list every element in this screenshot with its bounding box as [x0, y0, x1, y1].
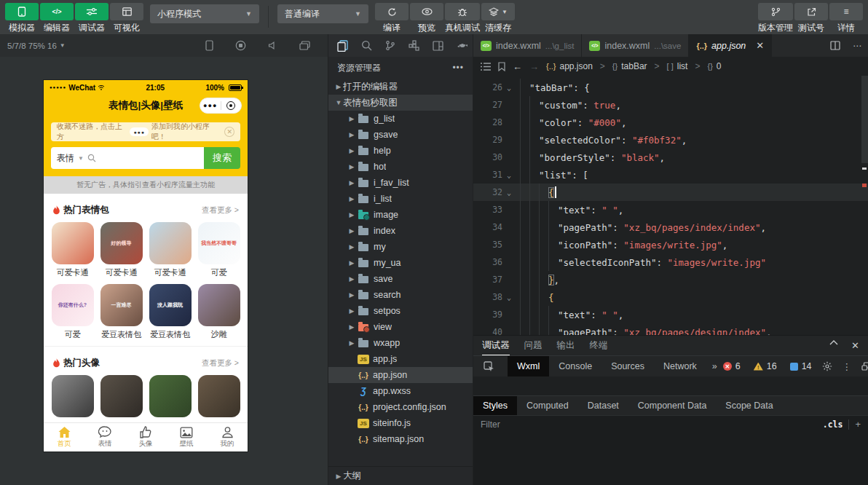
- tab-home[interactable]: 首页: [44, 423, 84, 452]
- code-line-38[interactable]: 38⌄{: [473, 288, 868, 306]
- device-selector[interactable]: 5/7/8 75% 16▼: [7, 42, 66, 50]
- avatar-item[interactable]: [146, 375, 194, 417]
- styles-content-area[interactable]: [473, 433, 868, 485]
- breadcrumb-segment[interactable]: {..}app.json: [546, 61, 593, 71]
- tab-terminal[interactable]: 终端: [590, 336, 608, 355]
- tab-styles[interactable]: Styles: [473, 396, 517, 415]
- avatar-item[interactable]: [97, 375, 146, 417]
- window-layout-icon[interactable]: [433, 41, 443, 51]
- notice-close-icon[interactable]: ✕: [224, 127, 234, 137]
- tree-file-project.config.json[interactable]: {..}project.config.json: [328, 399, 473, 415]
- breadcrumb-segment[interactable]: {}tabBar: [612, 61, 647, 71]
- search-button[interactable]: 搜索: [204, 147, 240, 169]
- close-tab-icon[interactable]: ✕: [756, 40, 764, 51]
- split-editor-icon[interactable]: [824, 34, 846, 57]
- code-line-33[interactable]: 33"text": " ",: [473, 201, 868, 218]
- simulator-toggle-button[interactable]: 模拟器: [5, 3, 39, 34]
- devtools-tab-network[interactable]: Network: [654, 356, 706, 376]
- emoji-item[interactable]: 我当然不缠哥哥可爱: [194, 222, 243, 278]
- tree-folder-wxapp[interactable]: ▶wxapp: [328, 335, 473, 351]
- search-category[interactable]: 表情: [57, 152, 74, 165]
- code-line-31[interactable]: 31⌄"list": [: [473, 166, 868, 184]
- code-line-36[interactable]: 36"selectedIconPath": "images/write.jpg": [473, 253, 868, 271]
- clear-cache-button[interactable]: ▼ 清缓存: [481, 3, 515, 34]
- fold-chevron-icon[interactable]: ⌄: [502, 84, 516, 92]
- code-line-29[interactable]: 29"selectedColor": "#f0bf32",: [473, 131, 868, 149]
- devtools-tab-wxml[interactable]: Wxml: [508, 356, 549, 376]
- editor-toggle-button[interactable]: </> 编辑器: [40, 3, 74, 34]
- tree-file-app.json[interactable]: {..}app.json: [328, 367, 473, 383]
- search-input[interactable]: 表情 ▼: [51, 147, 204, 169]
- tree-folder-g_list[interactable]: ▶g_list: [328, 111, 473, 127]
- record-icon[interactable]: [235, 40, 246, 51]
- bookmark-icon[interactable]: [498, 62, 505, 71]
- tree-folder-search[interactable]: ▶search: [328, 287, 473, 303]
- search-icon[interactable]: [361, 40, 372, 51]
- toggle-class-button[interactable]: .cls: [823, 419, 843, 430]
- emoji-item[interactable]: 好的领导可爱卡通: [97, 222, 146, 278]
- emoji-item[interactable]: 没人跟我玩爱豆表情包: [146, 284, 194, 340]
- tab-mine[interactable]: 我的: [207, 423, 248, 452]
- tree-file-siteinfo.js[interactable]: JSsiteinfo.js: [328, 415, 473, 431]
- see-more-link[interactable]: 查看更多 >: [202, 205, 239, 216]
- outline-section[interactable]: ▶大纲: [328, 466, 473, 485]
- devtools-tab-sources[interactable]: Sources: [601, 356, 654, 376]
- more-actions-icon[interactable]: •••: [452, 63, 464, 73]
- sound-icon[interactable]: [268, 41, 277, 50]
- extensions-icon[interactable]: [409, 40, 419, 51]
- outline-list-icon[interactable]: [481, 63, 491, 71]
- code-line-26[interactable]: 26⌄"tabBar": {: [473, 79, 868, 96]
- tab-dataset[interactable]: Dataset: [578, 396, 628, 415]
- tab-wallpaper[interactable]: 壁纸: [166, 423, 207, 452]
- close-panel-icon[interactable]: ✕: [851, 340, 859, 351]
- tab-problems[interactable]: 问题: [524, 336, 542, 355]
- editor-scrollbar[interactable]: [861, 76, 868, 163]
- code-line-32[interactable]: 32⌄{: [473, 184, 868, 201]
- back-arrow-icon[interactable]: ←: [513, 61, 522, 72]
- multi-window-icon[interactable]: [299, 41, 310, 50]
- code-line-27[interactable]: 27"custom": true,: [473, 96, 868, 114]
- inspect-element-icon[interactable]: [484, 361, 494, 372]
- capsule-button[interactable]: ●●●: [200, 98, 242, 114]
- tab-computed[interactable]: Computed: [517, 396, 578, 415]
- avatar-item[interactable]: [194, 375, 243, 417]
- emoji-item[interactable]: 可爱卡通: [146, 222, 194, 278]
- tree-folder-help[interactable]: ▶help: [328, 143, 473, 159]
- fold-chevron-icon[interactable]: ⌄: [502, 293, 516, 301]
- open-editors-section[interactable]: ▶打开的编辑器: [328, 79, 473, 95]
- debugger-toggle-button[interactable]: 调试器: [75, 3, 108, 34]
- tree-folder-hot[interactable]: ▶hot: [328, 159, 473, 175]
- tree-folder-view[interactable]: ▶view: [328, 319, 473, 335]
- tree-folder-my_ua[interactable]: ▶my_ua: [328, 255, 473, 271]
- tree-file-sitemap.json[interactable]: {..}sitemap.json: [328, 431, 473, 447]
- tree-file-app.wxss[interactable]: Ʒapp.wxss: [328, 383, 473, 399]
- version-control-button[interactable]: 版本管理: [758, 3, 793, 34]
- emoji-item[interactable]: 沙雕: [194, 284, 243, 340]
- breadcrumb-segment[interactable]: {}0: [707, 61, 721, 71]
- compile-button[interactable]: 编译: [375, 3, 409, 34]
- tab-avatar[interactable]: 头像: [125, 423, 166, 452]
- fold-chevron-icon[interactable]: ⌄: [502, 189, 516, 197]
- kebab-menu-icon[interactable]: ⋮: [843, 361, 852, 372]
- code-line-37[interactable]: 37},: [473, 271, 868, 288]
- source-control-icon[interactable]: [385, 40, 395, 51]
- devtools-tab-console[interactable]: Console: [549, 356, 601, 376]
- emoji-item[interactable]: 一言难尽爱豆表情包: [97, 284, 146, 340]
- tree-folder-index[interactable]: ▶index: [328, 223, 473, 239]
- new-style-rule-icon[interactable]: +: [855, 419, 861, 430]
- rotate-device-icon[interactable]: [205, 40, 213, 51]
- tab-debugger[interactable]: 调试器: [482, 336, 510, 355]
- code-line-39[interactable]: 39"text": " ",: [473, 306, 868, 323]
- see-more-link[interactable]: 查看更多 >: [202, 358, 239, 368]
- tree-folder-i_list[interactable]: ▶i_list: [328, 191, 473, 207]
- tree-folder-setpos[interactable]: ▶setpos: [328, 303, 473, 319]
- tab-index-wxml-save[interactable]: </> index.wxml...\save: [582, 34, 689, 57]
- element-tree-area[interactable]: [473, 376, 868, 395]
- emoji-item[interactable]: 可爱卡通: [48, 222, 97, 278]
- tab-scope-data[interactable]: Scope Data: [716, 396, 782, 415]
- more-actions-icon[interactable]: ⋯: [846, 34, 868, 57]
- preview-button[interactable]: 预览: [410, 3, 443, 34]
- teapot-icon[interactable]: [457, 41, 469, 50]
- files-icon[interactable]: [337, 40, 348, 52]
- visualization-toggle-button[interactable]: 可视化: [110, 3, 143, 34]
